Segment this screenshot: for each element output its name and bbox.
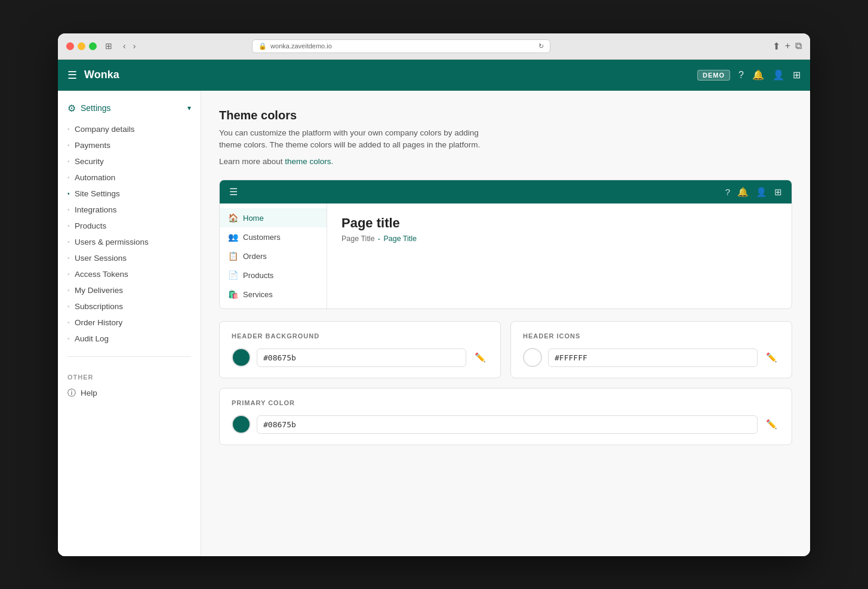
sidebar-item-automation[interactable]: Automation <box>58 169 201 186</box>
reload-icon[interactable]: ↻ <box>538 42 544 50</box>
primary-color-swatch[interactable] <box>232 415 251 434</box>
help-circle-icon: ⓘ <box>67 388 76 399</box>
breadcrumb-separator: • <box>378 236 380 242</box>
page-description: You can customize the platform with your… <box>219 127 482 152</box>
preview-help-icon: ? <box>725 187 730 197</box>
sidebar-item-users-permissions[interactable]: Users & permissions <box>58 234 201 250</box>
browser-chrome: ⊞ ‹ › 🔒 wonka.zaveitdemo.io ↻ ⬆ + ⧉ <box>58 33 810 60</box>
page-title: Theme colors <box>219 109 792 122</box>
preview-header: ☰ ? 🔔 👤 ⊞ <box>220 180 792 203</box>
header-background-input-row: ✏️ <box>232 348 488 367</box>
app-header: ☰ Wonka DEMO ? 🔔 👤 ⊞ <box>58 60 810 91</box>
header-icons-input-row: ✏️ <box>523 348 780 367</box>
products-icon: 📄 <box>228 270 238 280</box>
app-body: ⚙ Settings ▾ Company details Payments Se… <box>58 91 810 556</box>
color-panels-row: HEADER BACKGROUND ✏️ HEADER ICONS ✏️ <box>219 321 792 378</box>
share-icon[interactable]: ⬆ <box>772 41 780 52</box>
header-icons-swatch[interactable] <box>523 348 542 367</box>
preview-nav-products: 📄 Products <box>220 266 327 285</box>
url-text: wonka.zaveitdemo.io <box>270 42 332 50</box>
browser-actions: ⬆ + ⧉ <box>772 41 802 52</box>
preview-nav-home: 🏠 Home <box>220 208 327 227</box>
header-background-edit-button[interactable]: ✏️ <box>472 350 488 365</box>
header-background-title: HEADER BACKGROUND <box>232 332 488 340</box>
settings-nav-item[interactable]: ⚙ Settings ▾ <box>58 98 201 119</box>
primary-color-edit-button[interactable]: ✏️ <box>764 417 780 432</box>
settings-section: ⚙ Settings ▾ Company details Payments Se… <box>58 98 201 349</box>
close-button[interactable] <box>66 42 74 50</box>
browser-window: ⊞ ‹ › 🔒 wonka.zaveitdemo.io ↻ ⬆ + ⧉ ☰ Wo… <box>58 33 810 556</box>
help-icon[interactable]: ? <box>738 70 744 81</box>
preview-card: ☰ ? 🔔 👤 ⊞ 🏠 Home 👥 Cu <box>219 180 792 309</box>
menu-icon[interactable]: ☰ <box>67 69 77 82</box>
header-icons-title: HEADER ICONS <box>523 332 780 340</box>
header-background-panel: HEADER BACKGROUND ✏️ <box>219 321 501 378</box>
gear-icon: ⚙ <box>67 103 76 114</box>
sidebar-item-security[interactable]: Security <box>58 153 201 169</box>
primary-color-panel: PRIMARY COLOR ✏️ <box>219 388 792 445</box>
preview-layout-icon: ⊞ <box>774 187 782 198</box>
learn-more-text: Learn more about theme colors. <box>219 156 482 168</box>
address-bar[interactable]: 🔒 wonka.zaveitdemo.io ↻ <box>252 39 550 53</box>
app-logo: Wonka <box>84 69 697 81</box>
back-button[interactable]: ‹ <box>121 40 128 52</box>
breadcrumb-base: Page Title <box>341 235 375 243</box>
orders-icon: 📋 <box>228 251 238 261</box>
header-background-swatch[interactable] <box>232 348 251 367</box>
header-icons-input[interactable] <box>548 349 758 367</box>
services-icon: 🛍️ <box>228 289 238 299</box>
minimize-button[interactable] <box>78 42 85 50</box>
sidebar-item-payments[interactable]: Payments <box>58 137 201 153</box>
settings-label: Settings <box>81 103 111 113</box>
sidebar-item-order-history[interactable]: Order History <box>58 314 201 331</box>
header-background-input[interactable] <box>257 349 466 367</box>
settings-sub-items: Company details Payments Security Automa… <box>58 119 201 349</box>
home-icon: 🏠 <box>228 213 238 223</box>
primary-color-title: PRIMARY COLOR <box>232 399 780 406</box>
header-icons-panel: HEADER ICONS ✏️ <box>510 321 792 378</box>
tab-overview-icon[interactable]: ⧉ <box>795 41 802 52</box>
chevron-down-icon: ▾ <box>187 104 191 112</box>
preview-breadcrumb: Page Title • Page Title <box>341 235 777 243</box>
new-tab-icon[interactable]: + <box>785 41 790 52</box>
preview-nav-services: 🛍️ Services <box>220 285 327 304</box>
bell-icon[interactable]: 🔔 <box>752 69 764 81</box>
preview-page-title: Page title <box>341 215 777 231</box>
forward-button[interactable]: › <box>131 40 138 52</box>
breadcrumb-active: Page Title <box>383 235 417 243</box>
demo-badge: DEMO <box>697 70 730 81</box>
maximize-button[interactable] <box>89 42 97 50</box>
sidebar-item-my-deliveries[interactable]: My Deliveries <box>58 282 201 298</box>
preview-menu-icon: ☰ <box>229 186 238 198</box>
preview-bell-icon: 🔔 <box>737 187 749 198</box>
preview-nav-orders: 📋 Orders <box>220 246 327 266</box>
sidebar-item-help[interactable]: ⓘ Help <box>58 383 201 403</box>
lock-icon: 🔒 <box>258 42 267 50</box>
header-actions: DEMO ? 🔔 👤 ⊞ <box>697 69 801 81</box>
header-icons-edit-button[interactable]: ✏️ <box>764 350 780 365</box>
sidebar-item-audit-log[interactable]: Audit Log <box>58 331 201 347</box>
preview-nav-customers: 👥 Customers <box>220 227 327 246</box>
sidebar: ⚙ Settings ▾ Company details Payments Se… <box>58 91 201 556</box>
sidebar-item-company-details[interactable]: Company details <box>58 121 201 137</box>
preview-body: 🏠 Home 👥 Customers 📋 Orders 📄 <box>220 203 792 309</box>
sidebar-item-integrations[interactable]: Integrations <box>58 202 201 218</box>
primary-color-input-row: ✏️ <box>232 415 780 434</box>
layout-icon[interactable]: ⊞ <box>793 69 801 81</box>
preview-sidebar: 🏠 Home 👥 Customers 📋 Orders 📄 <box>220 203 327 309</box>
other-section-label: OTHER <box>58 364 201 383</box>
browser-navigation: ‹ › <box>121 40 138 52</box>
sidebar-item-user-sessions[interactable]: User Sessions <box>58 250 201 266</box>
preview-user-icon: 👤 <box>756 187 767 198</box>
sidebar-item-site-settings[interactable]: Site Settings <box>58 186 201 202</box>
preview-main: Page title Page Title • Page Title <box>327 203 792 309</box>
sidebar-item-subscriptions[interactable]: Subscriptions <box>58 298 201 314</box>
primary-color-input[interactable] <box>257 415 758 434</box>
theme-colors-link[interactable]: theme colors. <box>285 157 333 166</box>
sidebar-divider <box>67 356 191 357</box>
sidebar-item-products[interactable]: Products <box>58 218 201 234</box>
customers-icon: 👥 <box>228 232 238 242</box>
sidebar-item-access-tokens[interactable]: Access Tokens <box>58 266 201 282</box>
user-icon[interactable]: 👤 <box>772 69 784 81</box>
sidebar-toggle-icon[interactable]: ⊞ <box>103 40 115 52</box>
